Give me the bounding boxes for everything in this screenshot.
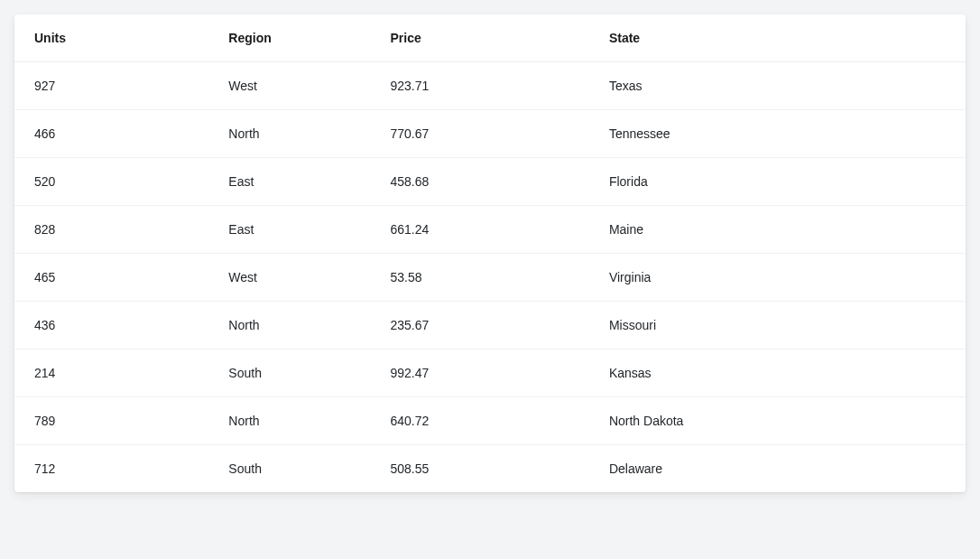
cell-state: Tennessee [595, 110, 966, 158]
column-header-state[interactable]: State [595, 14, 966, 62]
cell-state: Maine [595, 206, 966, 254]
cell-region: West [214, 62, 375, 110]
cell-price: 923.71 [376, 62, 595, 110]
cell-units: 466 [14, 110, 214, 158]
cell-state: Kansas [595, 349, 966, 397]
cell-region: North [214, 302, 375, 349]
cell-region: North [214, 397, 375, 445]
cell-price: 508.55 [376, 445, 595, 493]
table-header: Units Region Price State [14, 14, 966, 62]
table-row: 520 East 458.68 Florida [14, 158, 966, 206]
column-header-units[interactable]: Units [14, 14, 214, 62]
cell-units: 789 [14, 397, 214, 445]
cell-units: 828 [14, 206, 214, 254]
cell-state: Virginia [595, 254, 966, 302]
cell-state: Texas [595, 62, 966, 110]
table-row: 465 West 53.58 Virginia [14, 254, 966, 302]
cell-units: 712 [14, 445, 214, 493]
cell-region: South [214, 349, 375, 397]
table-row: 927 West 923.71 Texas [14, 62, 966, 110]
cell-state: North Dakota [595, 397, 966, 445]
cell-units: 520 [14, 158, 214, 206]
cell-price: 640.72 [376, 397, 595, 445]
table-body: 927 West 923.71 Texas 466 North 770.67 T… [14, 62, 966, 493]
cell-price: 53.58 [376, 254, 595, 302]
cell-state: Missouri [595, 302, 966, 349]
cell-region: South [214, 445, 375, 493]
cell-region: North [214, 110, 375, 158]
table-row: 466 North 770.67 Tennessee [14, 110, 966, 158]
cell-units: 436 [14, 302, 214, 349]
cell-price: 661.24 [376, 206, 595, 254]
cell-region: East [214, 158, 375, 206]
cell-units: 214 [14, 349, 214, 397]
cell-state: Delaware [595, 445, 966, 493]
cell-price: 235.67 [376, 302, 595, 349]
column-header-price[interactable]: Price [376, 14, 595, 62]
cell-units: 927 [14, 62, 214, 110]
cell-state: Florida [595, 158, 966, 206]
cell-price: 992.47 [376, 349, 595, 397]
table-row: 712 South 508.55 Delaware [14, 445, 966, 493]
table-row: 828 East 661.24 Maine [14, 206, 966, 254]
table-row: 436 North 235.67 Missouri [14, 302, 966, 349]
data-table: Units Region Price State 927 West 923.71… [14, 14, 966, 492]
cell-region: East [214, 206, 375, 254]
cell-units: 465 [14, 254, 214, 302]
cell-region: West [214, 254, 375, 302]
column-header-region[interactable]: Region [214, 14, 375, 62]
data-table-container: Units Region Price State 927 West 923.71… [14, 14, 966, 492]
table-header-row: Units Region Price State [14, 14, 966, 62]
cell-price: 770.67 [376, 110, 595, 158]
cell-price: 458.68 [376, 158, 595, 206]
table-row: 214 South 992.47 Kansas [14, 349, 966, 397]
table-row: 789 North 640.72 North Dakota [14, 397, 966, 445]
